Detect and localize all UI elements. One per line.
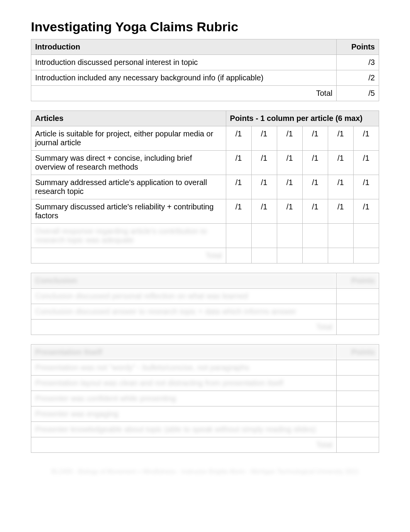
pts-cell: /1 — [251, 175, 277, 199]
table-row: Article is suitable for project, either … — [31, 126, 379, 151]
pts-cell: /1 — [302, 151, 328, 175]
pts-cell: /1 — [302, 126, 328, 151]
table-row-hidden: Presenter knowledgeable about topic (abl… — [31, 422, 379, 437]
presentation-header: Presentation Itself — [31, 345, 337, 360]
pts-cell: /1 — [302, 199, 328, 224]
pts-cell: /1 — [277, 175, 302, 199]
pts-cell: /1 — [302, 175, 328, 199]
table-row-hidden: Overall response regarding article's con… — [31, 224, 379, 248]
table-row-hidden: Presenter was engaging — [31, 406, 379, 422]
total-row-hidden: Total — [31, 320, 379, 335]
criterion-label-hidden: Overall response regarding article's con… — [31, 224, 226, 248]
criterion-label: Introduction discussed personal interest… — [31, 55, 337, 70]
criterion-label: Summary addressed article's application … — [31, 175, 226, 199]
table-row: Introduction discussed personal interest… — [31, 55, 379, 70]
pts-cell: /1 — [328, 126, 353, 151]
pts-cell: /1 — [277, 126, 302, 151]
criterion-label: Summary discussed article's reliability … — [31, 199, 226, 224]
criterion-label: Summary was direct + concise, including … — [31, 151, 226, 175]
conclusion-table: Conclusion Points Conclusion discussed p… — [31, 273, 379, 335]
table-row-hidden: Presenter was confident while presenting — [31, 391, 379, 406]
total-label: Total — [31, 86, 337, 101]
pts-cell: /1 — [353, 151, 379, 175]
intro-header: Introduction — [31, 39, 337, 55]
points-header: Points — [337, 345, 379, 360]
footer-text: BL2400 - Biology of Movement + Mindfulne… — [31, 468, 379, 475]
pts-cell: /1 — [353, 199, 379, 224]
introduction-table: Introduction Points Introduction discuss… — [31, 39, 379, 101]
points-header: Points — [337, 39, 379, 55]
total-label-hidden: Total — [31, 248, 226, 263]
pts-cell: /1 — [353, 126, 379, 151]
pts-cell: /1 — [353, 175, 379, 199]
pts-cell: /1 — [251, 199, 277, 224]
table-row-hidden: Presentation was not "wordy" - bullets/c… — [31, 360, 379, 376]
articles-header: Articles — [31, 111, 226, 126]
points-header: Points — [337, 273, 379, 289]
pts-cell: /1 — [226, 151, 251, 175]
table-row-hidden: Conclusion discussed answer to research … — [31, 304, 379, 320]
total-points: /5 — [337, 86, 379, 101]
pts-cell: /1 — [251, 126, 277, 151]
total-row-hidden: Total — [31, 248, 379, 263]
conclusion-header: Conclusion — [31, 273, 337, 289]
total-row: Total /5 — [31, 86, 379, 101]
page-title: Investigating Yoga Claims Rubric — [31, 19, 379, 34]
criterion-label: Article is suitable for project, either … — [31, 126, 226, 151]
pts-cell: /1 — [277, 199, 302, 224]
total-row-hidden: Total — [31, 437, 379, 453]
articles-table: Articles Points - 1 column per article (… — [31, 110, 379, 263]
points-header: Points - 1 column per article (6 max) — [226, 111, 379, 126]
pts-cell: /1 — [328, 175, 353, 199]
presentation-table: Presentation Itself Points Presentation … — [31, 344, 379, 453]
table-row: Summary discussed article's reliability … — [31, 199, 379, 224]
pts-cell: /1 — [251, 151, 277, 175]
table-row-hidden: Presentation layout was clean and not di… — [31, 376, 379, 391]
criterion-label: Introduction included any necessary back… — [31, 70, 337, 86]
criterion-points: /3 — [337, 55, 379, 70]
pts-cell: /1 — [328, 151, 353, 175]
pts-cell: /1 — [226, 175, 251, 199]
pts-cell: /1 — [277, 151, 302, 175]
pts-cell: /1 — [328, 199, 353, 224]
pts-cell: /1 — [226, 126, 251, 151]
pts-cell: /1 — [226, 199, 251, 224]
criterion-points: /2 — [337, 70, 379, 86]
table-row: Summary was direct + concise, including … — [31, 151, 379, 175]
table-row: Summary addressed article's application … — [31, 175, 379, 199]
table-row: Introduction included any necessary back… — [31, 70, 379, 86]
table-row-hidden: Conclusion discussed personal reflection… — [31, 289, 379, 304]
